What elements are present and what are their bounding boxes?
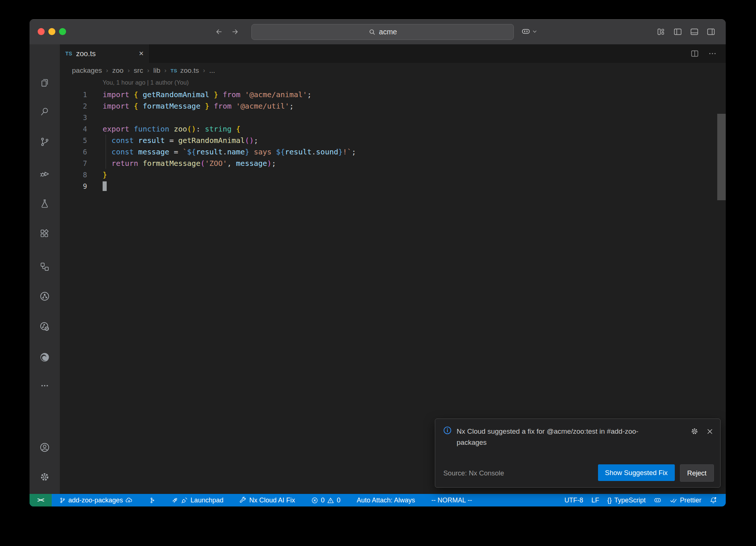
breadcrumb-separator-icon: ›	[203, 67, 205, 74]
launchpad-item[interactable]: Launchpad	[167, 494, 227, 506]
window-controls	[38, 28, 66, 35]
breadcrumb-file[interactable]: TSzoo.ts	[171, 66, 199, 75]
breadcrumb-item[interactable]: lib	[153, 66, 160, 75]
more-actions-icon[interactable]	[708, 49, 717, 58]
breadcrumb-separator-icon: ›	[164, 67, 166, 74]
show-suggested-fix-button[interactable]: Show Suggested Fix	[598, 464, 675, 481]
code-text: }	[103, 170, 107, 179]
vim-mode-item[interactable]: -- NORMAL --	[427, 494, 476, 506]
editor-scrollbar[interactable]	[717, 114, 726, 200]
branch-name: add-zoo-packages	[68, 496, 123, 504]
close-window-button[interactable]	[38, 28, 45, 35]
line-number: 9	[60, 182, 87, 190]
language-item[interactable]: {} TypeScript	[603, 494, 650, 506]
edge-browser-icon[interactable]	[30, 347, 60, 368]
editor-cursor	[103, 181, 107, 191]
search-view-icon[interactable]	[30, 101, 60, 122]
rocket-icon	[171, 497, 178, 504]
zoom-window-button[interactable]	[59, 28, 66, 35]
language-label: TypeScript	[614, 496, 646, 504]
breadcrumb-separator-icon: ›	[106, 67, 108, 74]
bell-icon	[709, 496, 717, 504]
notification-source: Source: Nx Console	[443, 469, 504, 477]
breadcrumb-more[interactable]: ...	[209, 66, 215, 75]
braces-icon: {}	[607, 496, 612, 504]
breadcrumb-item[interactable]: src	[134, 66, 143, 75]
info-icon	[443, 426, 452, 435]
vim-mode-label: -- NORMAL --	[431, 496, 472, 504]
desktop: { "window_title_bar": { "search_value": …	[0, 0, 756, 546]
project-boxes-icon[interactable]	[30, 256, 60, 277]
notification-settings-gear-icon[interactable]	[690, 427, 699, 436]
testing-icon[interactable]	[30, 193, 60, 214]
publish-cloud-icon	[126, 497, 133, 504]
code-line[interactable]: 7 return formatMessage('ZOO', message);	[60, 157, 726, 169]
error-icon	[311, 497, 318, 504]
breadcrumb-item[interactable]: packages	[72, 66, 102, 75]
eol-label: LF	[591, 496, 599, 504]
nx-cloud-ai-fix-item[interactable]: Nx Cloud AI Fix	[236, 494, 299, 506]
copilot-status-item[interactable]	[650, 494, 666, 506]
code-line[interactable]: 1import { getRandomAnimal } from '@acme/…	[60, 89, 726, 100]
tab-zoo-ts[interactable]: TS zoo.ts ×	[60, 44, 150, 63]
notification-close-icon[interactable]	[706, 428, 714, 435]
nx-console-icon[interactable]	[30, 286, 60, 307]
code-line[interactable]: 6 const message = `${result.name} says $…	[60, 146, 726, 157]
git-branch-icon	[59, 497, 66, 504]
formatter-item[interactable]: Prettier	[666, 494, 705, 506]
pipeline-item[interactable]	[145, 494, 159, 506]
vscode-window: acme	[30, 19, 726, 506]
customize-layout-icon[interactable]	[656, 27, 666, 37]
code-line[interactable]: 3	[60, 112, 726, 123]
split-editor-icon[interactable]	[690, 49, 699, 58]
auto-attach-item[interactable]: Auto Attach: Always	[353, 494, 419, 506]
status-bar: >< add-zoo-packages Launchpad Nx Cloud A…	[30, 494, 726, 506]
code-line[interactable]: 2import { formatMessage } from '@acme/ut…	[60, 100, 726, 112]
notifications-bell[interactable]	[705, 494, 721, 506]
encoding-item[interactable]: UTF-8	[560, 494, 587, 506]
code-line[interactable]: 8}	[60, 169, 726, 180]
auto-attach-label: Auto Attach: Always	[357, 496, 415, 504]
explorer-icon[interactable]	[30, 72, 60, 93]
tab-close-icon[interactable]: ×	[139, 50, 144, 58]
code-line[interactable]: 9	[60, 180, 726, 192]
title-bar: acme	[30, 19, 726, 44]
account-icon[interactable]	[30, 437, 60, 458]
breadcrumb-file-name: zoo.ts	[180, 66, 199, 75]
eol-item[interactable]: LF	[587, 494, 603, 506]
command-center-search[interactable]: acme	[251, 24, 514, 40]
code-text: const message = `${result.name} says ${r…	[103, 147, 356, 156]
indent-guide	[106, 134, 106, 169]
copilot-menu[interactable]	[521, 27, 537, 36]
git-branch-item[interactable]: add-zoo-packages	[55, 494, 137, 506]
line-number: 5	[60, 136, 87, 144]
code-line[interactable]: 4export function zoo(): string {	[60, 123, 726, 134]
breadcrumb-separator-icon: ›	[147, 67, 150, 74]
tab-bar: TS zoo.ts ×	[60, 44, 726, 63]
copilot-icon	[521, 27, 530, 36]
problems-item[interactable]: 0 0	[307, 494, 344, 506]
settings-gear-icon[interactable]	[30, 466, 60, 488]
reject-button[interactable]: Reject	[680, 464, 714, 482]
line-number: 4	[60, 125, 87, 133]
nx-cloud-icon[interactable]	[30, 316, 60, 337]
forward-arrow-icon[interactable]	[231, 27, 240, 36]
extensions-icon[interactable]	[30, 223, 60, 244]
source-control-icon[interactable]	[30, 131, 60, 153]
toggle-panel-icon[interactable]	[690, 27, 699, 37]
plug-icon	[181, 497, 188, 504]
run-debug-icon[interactable]	[30, 163, 60, 184]
toggle-secondary-sidebar-icon[interactable]	[706, 27, 716, 37]
line-number: 3	[60, 113, 87, 122]
additional-views-icon[interactable]	[30, 375, 60, 396]
code-line[interactable]: 5 const result = getRandomAnimal();	[60, 134, 726, 146]
toggle-primary-sidebar-icon[interactable]	[673, 27, 683, 37]
breadcrumb-item[interactable]: zoo	[112, 66, 124, 75]
git-blame-annotation: You, 1 hour ago | 1 author (You)	[103, 79, 189, 86]
minimize-window-button[interactable]	[48, 28, 55, 35]
line-number: 8	[60, 171, 87, 179]
tab-label: zoo.ts	[76, 50, 96, 58]
code-text: import { getRandomAnimal } from '@acme/a…	[103, 90, 312, 99]
remote-indicator[interactable]: ><	[30, 494, 52, 506]
back-arrow-icon[interactable]	[214, 27, 223, 36]
